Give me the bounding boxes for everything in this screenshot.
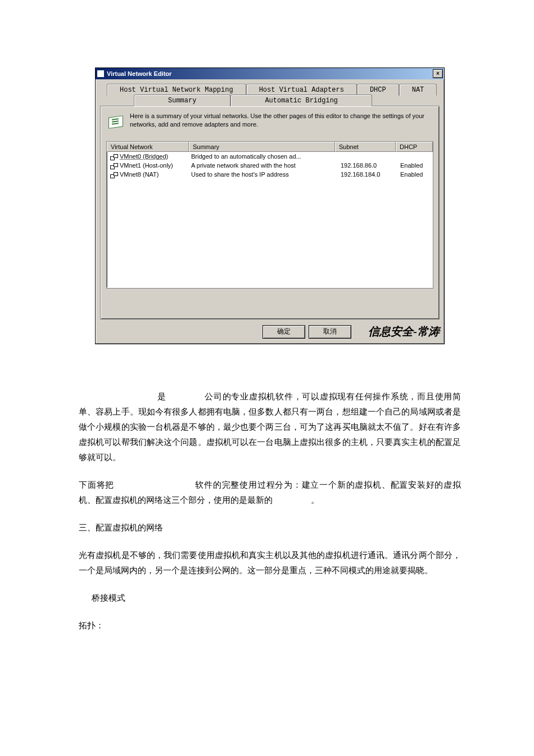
summary-header: Here is a summary of your virtual networ…: [106, 112, 433, 130]
cell-text: VMnet1 (Host-only): [120, 162, 173, 169]
cell-summary: Bridged to an automatically chosen ad...: [188, 152, 337, 161]
tab-host-virtual-network-mapping[interactable]: Host Virtual Network Mapping: [107, 84, 246, 96]
dialog-buttons: 确定 取消 信息安全-常涛: [100, 324, 440, 339]
heading-section-3: 三、配置虚拟机的网络: [79, 520, 461, 536]
tab-automatic-bridging[interactable]: Automatic Bridging: [230, 94, 372, 106]
paragraph-1: 是 公司的专业虚拟机软件，可以虚拟现有任何操作系统，而且使用简单、容易上手。现如…: [79, 389, 461, 465]
window-title: Virtual Network Editor: [107, 70, 433, 77]
tab-strip: Host Virtual Network Mapping Host Virtua…: [100, 84, 440, 320]
cell-subnet: 192.168.184.0: [337, 170, 397, 179]
tab-host-virtual-adapters[interactable]: Host Virtual Adapters: [246, 84, 357, 96]
article-body: 是 公司的专业虚拟机软件，可以虚拟现有任何操作系统，而且使用简单、容易上手。现如…: [79, 389, 461, 633]
col-header-network[interactable]: Virtual Network: [107, 142, 189, 152]
cell-network: VMnet8 (NAT): [107, 170, 188, 179]
col-header-dhcp[interactable]: DHCP: [396, 142, 433, 152]
blank-gap: [79, 389, 155, 404]
summary-description: Here is a summary of your virtual networ…: [130, 112, 433, 129]
tab-row-front: Summary Automatic Bridging: [100, 94, 440, 106]
tab-dhcp[interactable]: DHCP: [357, 84, 399, 96]
cell-text: VMnet8 (NAT): [120, 171, 159, 178]
tab-row-back: Host Virtual Network Mapping Host Virtua…: [100, 84, 440, 96]
ok-button[interactable]: 确定: [263, 325, 305, 339]
tab-nat[interactable]: NAT: [399, 84, 437, 96]
cell-dhcp: Enabled: [397, 161, 433, 170]
window-body: Host Virtual Network Mapping Host Virtua…: [96, 79, 444, 344]
virtual-network-table: Virtual Network Summary Subnet DHCP VMne…: [106, 141, 433, 289]
blank-gap: [117, 478, 193, 493]
network-icon: [110, 163, 118, 169]
mode-bridged: 桥接模式: [79, 591, 461, 606]
cell-text: VMnet0 (Bridged): [120, 153, 168, 160]
cell-network: VMnet1 (Host-only): [107, 161, 188, 170]
app-icon: [97, 70, 105, 78]
cell-summary: A private network shared with the host: [188, 161, 337, 170]
cell-dhcp: Enabled: [397, 170, 433, 179]
summary-panel: Here is a summary of your virtual networ…: [100, 106, 440, 320]
p2-pre: 下面将把: [79, 480, 114, 489]
p2-end: 。: [311, 496, 319, 505]
cancel-button[interactable]: 取消: [309, 325, 351, 339]
virtual-network-editor-window: Virtual Network Editor × Host Virtual Ne…: [95, 68, 445, 344]
cell-summary: Used to share the host's IP address: [188, 170, 337, 179]
topology-label: 拓扑：: [79, 618, 461, 633]
network-icon: [110, 172, 118, 178]
table-row[interactable]: VMnet8 (NAT) Used to share the host's IP…: [107, 170, 433, 179]
col-header-summary[interactable]: Summary: [189, 142, 335, 152]
cell-network: VMnet0 (Bridged): [107, 152, 188, 161]
tab-summary[interactable]: Summary: [134, 94, 230, 106]
titlebar[interactable]: Virtual Network Editor ×: [96, 68, 444, 79]
table-row[interactable]: VMnet0 (Bridged) Bridged to an automatic…: [107, 152, 433, 161]
notepad-icon: [106, 112, 124, 130]
table-body: VMnet0 (Bridged) Bridged to an automatic…: [107, 152, 433, 179]
cell-subnet: 192.168.86.0: [337, 161, 397, 170]
watermark-text: 信息安全-常涛: [368, 324, 440, 339]
col-header-subnet[interactable]: Subnet: [335, 142, 396, 152]
table-header: Virtual Network Summary Subnet DHCP: [107, 142, 433, 152]
paragraph-3: 光有虚拟机是不够的，我们需要使用虚拟机和真实主机以及其他的虚拟机进行通讯。通讯分…: [79, 548, 461, 578]
network-icon: [110, 154, 118, 160]
close-button[interactable]: ×: [433, 69, 443, 78]
p1-pre: 是: [157, 392, 166, 401]
paragraph-2: 下面将把 软件的完整使用过程分为：建立一个新的虚拟机、配置安装好的虚拟机、配置虚…: [79, 478, 461, 508]
cell-subnet: [337, 152, 397, 161]
cell-dhcp: [397, 152, 433, 161]
table-row[interactable]: VMnet1 (Host-only) A private network sha…: [107, 161, 433, 170]
